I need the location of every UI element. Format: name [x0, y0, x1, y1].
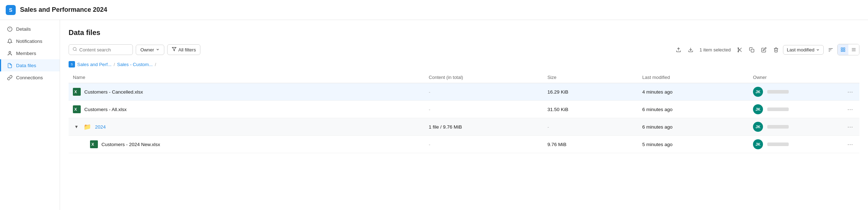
- svg-rect-20: [841, 50, 843, 51]
- cell-name: X Customers - 2024 New.xlsx: [69, 136, 424, 153]
- more-options-button[interactable]: ⋯: [845, 105, 855, 114]
- sidebar-item-connections-label: Connections: [16, 75, 43, 80]
- app-title: Sales and Performance 2024: [20, 6, 107, 14]
- svg-marker-6: [172, 48, 176, 51]
- svg-text:X: X: [74, 90, 77, 94]
- svg-rect-21: [843, 50, 845, 51]
- breadcrumb-item-2[interactable]: Sales - Custom...: [117, 62, 153, 67]
- toolbar: Owner All filters 1 item selected: [69, 44, 859, 55]
- file-name[interactable]: Customers - Cancelled.xlsx: [84, 89, 143, 95]
- cell-name: ▼ 📁 2024: [69, 118, 424, 136]
- owner-name: [767, 142, 789, 146]
- content-area: Data files Owner All filters: [60, 20, 868, 210]
- sidebar-item-members[interactable]: Members: [0, 47, 60, 59]
- sidebar-item-notifications[interactable]: Notifications: [0, 35, 60, 47]
- cell-actions: ⋯: [828, 101, 859, 118]
- cell-modified: 6 minutes ago: [638, 101, 749, 118]
- filter-icon: [172, 47, 176, 52]
- col-header-owner: Owner: [749, 72, 828, 83]
- cell-name: X Customers - All.xlsx: [69, 101, 424, 118]
- sidebar-item-connections[interactable]: Connections: [0, 71, 60, 84]
- cell-actions: ⋯: [828, 118, 859, 136]
- sidebar-item-details-label: Details: [16, 26, 31, 32]
- owner-name: [767, 125, 789, 129]
- svg-rect-14: [751, 49, 754, 52]
- svg-line-5: [76, 50, 76, 51]
- list-view-button[interactable]: [848, 44, 859, 55]
- col-header-name: Name: [69, 72, 424, 83]
- cell-size: 9.76 MiB: [543, 136, 638, 153]
- owner-avatar: JK: [753, 87, 763, 97]
- selected-count: 1 item selected: [699, 47, 730, 52]
- more-options-button[interactable]: ⋯: [845, 122, 855, 132]
- main-layout: Details Notifications Members Data files…: [0, 20, 868, 210]
- bell-icon: [7, 38, 13, 44]
- person-icon: [7, 50, 13, 56]
- xlsx-icon: X: [73, 105, 81, 113]
- export-button[interactable]: [685, 44, 696, 55]
- sidebar-item-details[interactable]: Details: [0, 23, 60, 35]
- table-row: X Customers - All.xlsx - 31.50 KiB 6 min…: [69, 101, 859, 118]
- xlsx-icon: X: [90, 140, 98, 148]
- svg-point-3: [9, 51, 11, 53]
- file-table: Name Content (in total) Size Last modifi…: [69, 72, 859, 153]
- breadcrumb-logo: S: [69, 61, 75, 68]
- svg-rect-18: [841, 48, 843, 49]
- cut-button[interactable]: [734, 44, 745, 55]
- svg-point-10: [738, 48, 739, 49]
- file-name[interactable]: 2024: [95, 124, 106, 130]
- cell-size: -: [543, 118, 638, 136]
- folder-icon: 📁: [84, 124, 91, 130]
- app-logo: S: [6, 5, 16, 15]
- sidebar-item-members-label: Members: [16, 51, 36, 56]
- col-header-modified: Last modified: [638, 72, 749, 83]
- upload-button[interactable]: [673, 44, 684, 55]
- expand-button[interactable]: ▼: [73, 124, 80, 130]
- sort-label: Last modified: [787, 47, 814, 52]
- sidebar: Details Notifications Members Data files…: [0, 20, 60, 210]
- more-options-button[interactable]: ⋯: [845, 87, 855, 97]
- cell-modified: 5 minutes ago: [638, 136, 749, 153]
- table-row: ▼ 📁 2024 1 file / 9.76 MiB - 6 minutes a…: [69, 118, 859, 136]
- sidebar-item-data-files-label: Data files: [16, 63, 36, 68]
- app-header: S Sales and Performance 2024: [0, 0, 868, 20]
- link-icon: [7, 75, 13, 80]
- page-title: Data files: [69, 29, 859, 37]
- table-row: X Customers - Cancelled.xlsx - 16.29 KiB…: [69, 83, 859, 101]
- sort-direction-button[interactable]: [825, 44, 836, 55]
- cell-size: 31.50 KiB: [543, 101, 638, 118]
- info-icon: [7, 26, 13, 32]
- copy-button[interactable]: [747, 44, 757, 55]
- cell-content: -: [424, 101, 543, 118]
- cell-content: 1 file / 9.76 MiB: [424, 118, 543, 136]
- all-filters-button[interactable]: All filters: [167, 44, 200, 55]
- col-header-content: Content (in total): [424, 72, 543, 83]
- col-header-actions: [828, 72, 859, 83]
- search-box[interactable]: [69, 44, 133, 55]
- sidebar-item-notifications-label: Notifications: [16, 39, 43, 44]
- cell-actions: ⋯: [828, 136, 859, 153]
- owner-avatar: JK: [753, 104, 763, 114]
- file-name[interactable]: Customers - 2024 New.xlsx: [101, 142, 160, 147]
- more-options-button[interactable]: ⋯: [845, 140, 855, 149]
- owner-name: [767, 108, 789, 111]
- sort-button[interactable]: Last modified: [783, 45, 824, 55]
- delete-button[interactable]: [771, 44, 782, 55]
- cell-content: -: [424, 136, 543, 153]
- search-input[interactable]: [79, 47, 129, 52]
- svg-text:X: X: [74, 107, 77, 111]
- file-icon: [7, 62, 13, 68]
- owner-filter-button[interactable]: Owner: [136, 45, 164, 55]
- grid-view-button[interactable]: [838, 44, 848, 55]
- breadcrumb-item-1[interactable]: Sales and Perf...: [77, 62, 111, 67]
- svg-text:X: X: [91, 142, 94, 146]
- file-name[interactable]: Customers - All.xlsx: [84, 107, 127, 112]
- cell-modified: 6 minutes ago: [638, 118, 749, 136]
- svg-point-4: [73, 48, 76, 51]
- rename-button[interactable]: [759, 44, 769, 55]
- cell-size: 16.29 KiB: [543, 83, 638, 101]
- breadcrumb: S Sales and Perf... / Sales - Custom... …: [69, 61, 859, 68]
- sidebar-item-data-files[interactable]: Data files: [0, 59, 60, 71]
- cell-name: X Customers - Cancelled.xlsx: [69, 83, 424, 101]
- cell-owner: JK: [749, 101, 828, 118]
